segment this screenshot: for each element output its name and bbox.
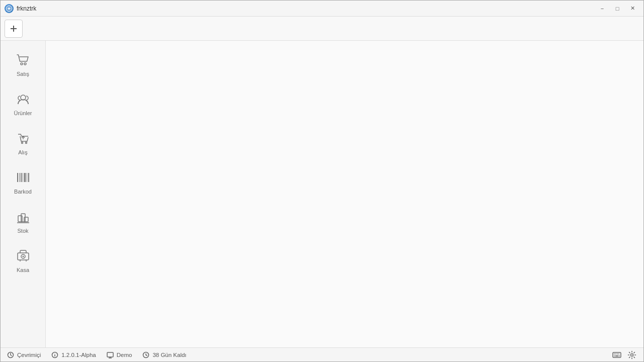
svg-rect-16 [21, 214, 25, 222]
online-icon [7, 351, 15, 359]
svg-point-21 [22, 256, 24, 257]
content-area [46, 41, 643, 347]
svg-rect-12 [24, 173, 26, 182]
sidebar-label-urunler: Ürünler [14, 110, 32, 117]
svg-rect-8 [17, 173, 18, 182]
window-controls: − □ ✕ [595, 4, 639, 14]
status-bar: Çevrimiçi 1.2.0.1-Alpha De [1, 347, 643, 361]
keyboard-icon[interactable] [611, 349, 622, 360]
status-demo: Demo [106, 351, 132, 359]
app-icon [5, 4, 14, 13]
sidebar-item-alis[interactable]: Alış [1, 123, 45, 162]
sidebar-label-alis: Alış [18, 149, 27, 156]
demo-icon [106, 351, 114, 359]
sidebar-label-stok: Stok [17, 228, 28, 234]
window-title: frknztrk [17, 5, 36, 12]
svg-rect-9 [19, 173, 20, 182]
status-cevrimici-label: Çevrimiçi [17, 352, 41, 358]
main-content: Satış Ürünler [1, 41, 643, 347]
svg-point-40 [631, 353, 633, 356]
sidebar-label-kasa: Kasa [17, 267, 29, 274]
svg-rect-10 [21, 173, 22, 182]
sidebar-item-satis[interactable]: Satış [1, 45, 45, 84]
svg-rect-17 [24, 217, 28, 222]
status-cevrimici: Çevrimiçi [7, 351, 41, 359]
sidebar-item-stok[interactable]: Stok [1, 202, 45, 241]
sidebar-item-barkod[interactable]: Barkod [1, 162, 45, 202]
sidebar-item-urunler[interactable]: Ürünler [1, 84, 45, 123]
maximize-button[interactable]: □ [610, 4, 624, 14]
plus-icon [9, 24, 18, 33]
toolbar [1, 17, 643, 41]
title-bar-left: frknztrk [5, 4, 36, 13]
products-icon [14, 90, 32, 108]
svg-rect-14 [28, 173, 29, 182]
register-icon [14, 247, 32, 265]
purchase-icon [14, 129, 32, 147]
status-version: 1.2.0.1-Alpha [51, 351, 96, 359]
close-button[interactable]: ✕ [625, 4, 639, 14]
status-gun-kaldi: 38 Gün Kaldı [142, 351, 186, 359]
svg-rect-13 [27, 173, 27, 182]
version-icon [51, 351, 59, 359]
sidebar: Satış Ürünler [1, 41, 46, 347]
cart-icon [14, 51, 32, 69]
svg-rect-32 [613, 352, 621, 357]
svg-rect-11 [23, 173, 23, 182]
svg-point-3 [21, 63, 23, 65]
settings-icon[interactable] [626, 349, 637, 360]
app-window: frknztrk − □ ✕ [0, 0, 644, 362]
svg-rect-15 [18, 216, 22, 222]
svg-point-7 [25, 142, 27, 144]
status-gun-kaldi-label: 38 Gün Kaldı [152, 352, 186, 358]
barcode-icon [14, 168, 32, 187]
svg-point-4 [24, 63, 26, 65]
add-button[interactable] [5, 20, 23, 38]
sidebar-item-kasa[interactable]: Kasa [1, 241, 45, 280]
svg-rect-28 [107, 352, 113, 357]
svg-point-6 [21, 142, 23, 144]
sidebar-label-satis: Satış [17, 71, 29, 77]
minimize-button[interactable]: − [595, 4, 609, 14]
status-demo-label: Demo [117, 352, 132, 358]
clock-icon [142, 351, 150, 359]
stock-icon [14, 208, 32, 226]
status-version-label: 1.2.0.1-Alpha [61, 352, 96, 358]
title-bar: frknztrk − □ ✕ [1, 1, 643, 17]
status-bar-right [611, 349, 637, 360]
sidebar-label-barkod: Barkod [14, 189, 32, 195]
